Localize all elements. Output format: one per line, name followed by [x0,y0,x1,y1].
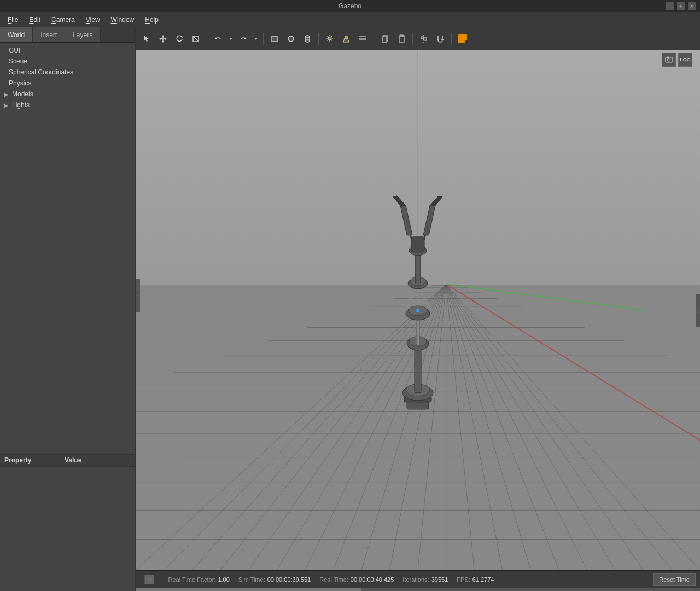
tree-item-scene[interactable]: Scene [0,56,135,67]
svg-marker-63 [423,206,435,235]
svg-marker-2 [162,35,164,37]
insert-cylinder-button[interactable] [300,31,315,47]
redo-dropdown[interactable]: ▾ [252,31,260,47]
toolbar-separator-2 [263,33,264,45]
realtime-factor-value: 1.00 [218,576,229,583]
fps-item: FPS: 61.2774 [452,576,498,583]
redo-button[interactable] [236,31,251,47]
screenshot-button[interactable] [662,53,676,67]
undo-dropdown[interactable]: ▾ [227,31,235,47]
property-panel: Property Value [0,454,135,591]
sim-time-label: Sim Time: [238,576,265,583]
svg-marker-5 [165,38,167,40]
play-controls: ⏸ _ [140,575,164,584]
translate-tool-button[interactable] [155,31,171,47]
toolbar-separator-3 [318,33,319,45]
menu-view[interactable]: View [80,14,106,26]
svg-rect-36 [421,37,424,39]
close-button[interactable]: ✕ [688,2,696,10]
fps-value: 61.2774 [472,576,494,583]
iterations-label: Iterations: [402,576,429,583]
svg-point-66 [416,309,419,312]
tree-arrow-lights: ▶ [4,102,9,108]
tab-layers[interactable]: Layers [65,27,101,42]
right-collapse-icon: ⋮ [695,308,700,314]
menu-file[interactable]: File [2,14,24,26]
left-panel: World Insert Layers GUI Scene Spherical … [0,27,136,591]
window-controls[interactable]: — + ✕ [666,2,696,10]
app-title: Gazebo [339,2,361,10]
robot-model[interactable] [363,174,472,422]
svg-rect-32 [382,37,387,42]
tree-item-lights[interactable]: ▶ Lights [0,100,135,111]
tree-panel: GUI Scene Spherical Coordinates Physics … [0,43,135,454]
undo-button[interactable] [211,31,226,47]
statusbar: ⏸ _ Real Time Factor: 1.00 Sim Time: 00 … [136,570,700,588]
iterations-item: Iterations: 39551 [398,576,452,583]
svg-line-23 [328,36,329,37]
iterations-value: 39551 [431,576,448,583]
menu-help[interactable]: Help [139,14,164,26]
insert-point-light-button[interactable] [322,31,337,47]
paste-button[interactable] [394,31,409,47]
tab-bar: World Insert Layers [0,27,135,43]
menu-camera[interactable]: Camera [46,14,80,26]
svg-marker-61 [400,206,412,235]
real-time-item: Real Time: 00 00:00:40.425 [315,576,398,583]
fps-label: FPS: [457,576,470,583]
insert-spot-light-button[interactable] [339,31,354,47]
insert-dir-light-button[interactable] [355,31,370,47]
toolbar-separator-5 [412,33,413,45]
svg-line-24 [331,40,332,41]
insert-sphere-button[interactable] [283,31,299,47]
rotate-tool-button[interactable] [172,31,187,47]
toolbar-separator-1 [207,33,207,45]
svg-marker-3 [162,41,164,43]
titlebar: Gazebo — + ✕ [0,0,700,12]
svg-line-8 [193,36,199,42]
svg-point-68 [668,59,670,61]
timeline-fill [136,588,361,591]
real-time-value: 00 00:00:40.425 [351,576,394,583]
tab-world[interactable]: World [0,27,33,42]
timeline-bar[interactable] [136,588,700,591]
svg-rect-11 [272,36,277,42]
menu-edit[interactable]: Edit [24,14,46,26]
menubar: File Edit Camera View Window Help [0,12,700,27]
separator-dash: _ [156,576,160,582]
collapse-icon: ⋮ [135,293,141,299]
reset-time-button[interactable]: Reset Time [653,573,696,586]
tree-item-physics[interactable]: Physics [0,78,135,89]
toolbar: ▾ ▾ [136,27,700,50]
menu-window[interactable]: Window [106,14,140,26]
copy-button[interactable] [377,31,393,47]
color-button[interactable] [455,31,470,47]
minimize-button[interactable]: — [666,2,674,10]
align-button[interactable] [416,31,431,47]
select-tool-button[interactable] [139,31,154,47]
property-header: Property Value [0,455,135,467]
tree-item-spherical[interactable]: Spherical Coordinates [0,67,135,78]
realtime-factor-label: Real Time Factor: [168,576,216,583]
property-col-header: Property [0,455,60,466]
svg-point-15 [305,40,310,42]
value-col-header: Value [60,455,86,466]
tree-item-gui[interactable]: GUI [0,45,135,56]
svg-rect-37 [424,38,427,40]
log-button[interactable]: LOG [678,53,692,67]
panel-collapse-handle[interactable]: ⋮ [136,279,140,312]
snap-button[interactable] [433,31,448,47]
viewport-controls: LOG [662,53,692,67]
tree-item-models[interactable]: ▶ Models [0,89,135,100]
viewport[interactable]: LOG ⋮ [136,50,700,570]
scale-tool-button[interactable] [188,31,203,47]
pause-button[interactable]: ⏸ [144,575,154,584]
insert-box-button[interactable] [267,31,282,47]
tab-insert[interactable]: Insert [33,27,65,42]
svg-point-18 [328,37,331,40]
right-collapse-handle[interactable]: ⋮ [696,294,700,327]
svg-rect-46 [415,344,421,393]
tree-arrow-models: ▶ [4,91,9,97]
svg-marker-4 [159,38,161,40]
maximize-button[interactable]: + [677,2,685,10]
